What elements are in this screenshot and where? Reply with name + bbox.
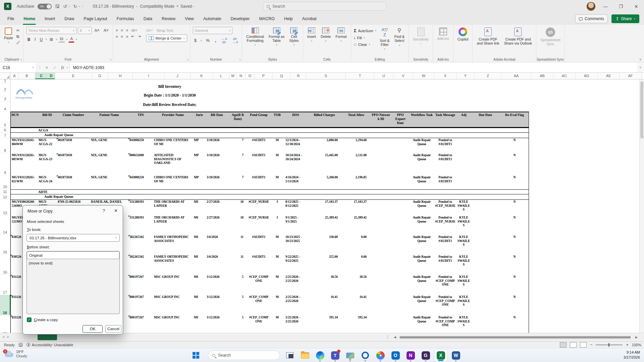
cell[interactable] [371, 138, 391, 153]
undo-icon[interactable]: ↺ [63, 4, 67, 9]
cell[interactable]: NIX, GENE [90, 153, 128, 175]
cell[interactable]: 11 [228, 235, 248, 255]
cancel-button[interactable]: Cancel [105, 325, 121, 333]
create-pdf-outlook-button[interactable]: Create PDF and Share via Outlook [503, 27, 533, 56]
cell[interactable]: 401875030 [57, 153, 90, 175]
tab-acrobat[interactable]: Acrobat [298, 13, 321, 25]
cell[interactable]: M [270, 255, 284, 275]
hscroll-left-icon[interactable]: ◀ [394, 336, 396, 339]
name-box[interactable]: C18˅ [0, 63, 37, 72]
cell[interactable]: CHIRO ONE CENTERS OF MI [153, 175, 193, 189]
cell[interactable]: 0.00 [342, 255, 371, 275]
cell[interactable] [391, 175, 410, 189]
dialog-help-icon[interactable]: ? [103, 208, 105, 213]
cell[interactable]: MI [193, 235, 206, 255]
cell[interactable]: Audit Repair Queue [410, 295, 434, 315]
format-as-table-button[interactable]: Format as Table˅ [267, 27, 286, 56]
wrap-text-button[interactable]: ab↵ Wrap Text [146, 28, 187, 33]
cell[interactable]: 401875030 [57, 175, 90, 189]
start-button[interactable] [192, 351, 200, 359]
cell[interactable]: Audit Repair Queue [410, 255, 434, 275]
tab-help[interactable]: Help [279, 13, 298, 25]
row-header-3[interactable]: 3 [0, 92, 10, 102]
cell[interactable]: 2,511.08 [342, 153, 371, 175]
page-layout-view-icon[interactable] [570, 342, 577, 348]
autosave-toggle[interactable]: On [38, 4, 52, 9]
taskbar-icon-chrome[interactable] [374, 349, 386, 361]
cell[interactable]: I [270, 216, 284, 235]
vertical-scrollbar-thumb[interactable] [640, 81, 643, 138]
before-sheet-listbox[interactable]: Original(move to end) [26, 251, 120, 314]
cell[interactable]: THE ORCHARDS AT LAPEER [153, 200, 193, 216]
vertical-scrollbar[interactable] [639, 79, 644, 333]
tab-formulas[interactable]: Formulas [112, 13, 139, 25]
cell[interactable] [471, 255, 500, 275]
taskbar-icon-file-explorer[interactable] [299, 349, 311, 361]
cell[interactable]: 18 [228, 216, 248, 235]
enter-entry-icon[interactable]: ✓ [51, 65, 59, 70]
cell[interactable] [391, 235, 410, 255]
cell[interactable] [471, 315, 500, 333]
cell[interactable]: 17,103.37 [307, 200, 342, 216]
cell[interactable]: MI [193, 255, 206, 275]
align-middle-icon[interactable]: ≡ [121, 28, 122, 32]
cell[interactable] [391, 255, 410, 275]
qat-customize-icon[interactable]: ﹀ [82, 5, 84, 8]
cell[interactable]: 800197267 [128, 275, 153, 295]
row-header-1[interactable]: 1 [0, 79, 10, 83]
tab-view[interactable]: View [180, 13, 199, 25]
row-header-15[interactable]: 15 [0, 235, 10, 255]
restore-button[interactable]: ❐ [613, 0, 629, 13]
cell[interactable]: M [270, 235, 284, 255]
cell[interactable] [371, 235, 391, 255]
cell[interactable]: Audit Repair Queue [410, 138, 434, 153]
cell[interactable]: NIX, GENE [90, 138, 128, 153]
addins-button[interactable]: Add-ins [436, 27, 450, 56]
cell[interactable] [371, 255, 391, 275]
column-header-AD[interactable]: AD [576, 73, 598, 79]
cell[interactable]: #AUDIT1 [248, 153, 270, 175]
cell[interactable]: Audit Repair Queue [410, 153, 434, 175]
cancel-entry-icon[interactable]: ✕ [43, 65, 51, 70]
tab-review[interactable]: Review [157, 13, 180, 25]
cell[interactable] [457, 138, 471, 153]
cell[interactable]: 7 [228, 138, 248, 153]
cell[interactable]: 2,880.00 [307, 138, 342, 153]
zoom-slider[interactable] [596, 345, 623, 345]
page-break-view-icon[interactable] [580, 342, 587, 348]
cell[interactable] [371, 216, 391, 235]
cell[interactable]: 3/10/2026 [206, 153, 228, 175]
cell[interactable]: 5 [228, 315, 248, 333]
cell[interactable]: 7 [228, 153, 248, 175]
cell[interactable]: 401875030 [57, 138, 90, 153]
column-header-U[interactable]: U [374, 73, 393, 79]
weather-widget[interactable]: 1 19°FCloudy [4, 350, 27, 358]
borders-icon[interactable]: ⊞ [48, 37, 54, 42]
create-copy-checkbox[interactable]: ✓ [27, 317, 32, 322]
cell[interactable]: 331280393 [128, 200, 153, 216]
cell[interactable]: 395.34 [342, 315, 371, 333]
cell[interactable] [471, 138, 500, 153]
cell[interactable]: N [500, 138, 529, 153]
cell[interactable]: Pended to #AUDIT1 [434, 153, 457, 175]
active-sheet-tab[interactable] [38, 335, 57, 340]
tab-data[interactable]: Data [139, 13, 157, 25]
cell[interactable]: 3/10/2026 [206, 175, 228, 189]
create-copy-row[interactable]: ✓ Create a copy [27, 317, 58, 322]
cell[interactable]: MP [193, 138, 206, 153]
cell[interactable]: 17,103.37 [342, 200, 371, 216]
cell[interactable] [457, 175, 471, 189]
cell[interactable]: #CEP_COMPONE [248, 295, 270, 315]
undo-chevron-icon[interactable]: ˅ [68, 5, 70, 8]
column-header-M[interactable]: M [229, 73, 236, 79]
column-header-AE[interactable]: AE [598, 73, 620, 79]
sheet-nav-left-icon[interactable]: ◂ [3, 335, 4, 339]
row-header-17[interactable]: 17 [0, 275, 10, 295]
zoom-level[interactable]: 100% [632, 343, 641, 347]
cell[interactable] [457, 153, 471, 175]
cell[interactable]: 8/12/2025 - 8/12/2025 [284, 200, 307, 216]
cell[interactable]: MI [193, 200, 206, 216]
cut-icon[interactable]: ✂ [16, 28, 20, 33]
column-header-I[interactable]: I [133, 73, 165, 79]
column-header-AB[interactable]: AB [531, 73, 553, 79]
